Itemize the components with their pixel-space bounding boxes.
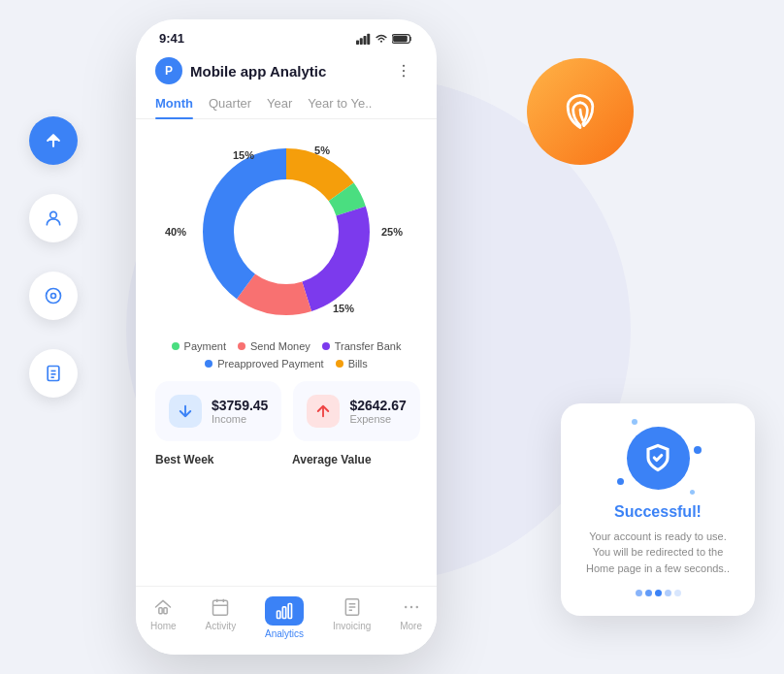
percent-transfer: 25% [381,226,403,238]
nav-invoicing[interactable]: Invoicing [333,596,371,639]
nav-invoicing-label: Invoicing [333,621,371,631]
svg-point-36 [409,606,412,609]
app-header: P Mobile app Analytic [136,49,437,84]
legend-label-transfer: Transfer Bank [335,340,402,352]
nav-more-label: More [400,621,422,631]
chart-legend: Payment Send Money Transfer Bank Preappr… [136,337,437,381]
percent-payment: 5% [314,144,330,156]
nav-analytics-label: Analytics [265,628,304,639]
svg-rect-24 [213,600,228,615]
svg-rect-12 [393,35,408,42]
loading-dot-3 [655,590,662,596]
document-icon-button[interactable] [29,349,78,398]
svg-rect-9 [364,36,367,45]
svg-rect-30 [288,604,291,619]
nav-more[interactable]: More [400,596,422,639]
legend-dot-preapproved [205,360,212,368]
time-display: 9:41 [159,31,184,46]
app-logo: P Mobile app Analytic [155,57,326,84]
legend-dot-send-money [238,342,245,350]
status-bar: 9:41 [136,19,437,49]
success-card: Successful! Your account is ready to use… [561,403,755,617]
signal-icon [356,33,371,45]
loading-dot-1 [636,590,642,596]
donut-chart: 15% 5% 25% 15% 40% [189,135,383,329]
stats-row: $3759.45 Income $2642.67 Expense [136,381,437,453]
income-card: $3759.45 Income [155,381,281,441]
percent-preapproved: 40% [165,226,186,238]
legend-dot-transfer [322,342,330,350]
loading-dot-2 [645,590,652,596]
fingerprint-button[interactable] [527,58,634,165]
income-info: $3759.45 Income [212,398,268,425]
more-nav-svg [402,597,421,617]
loading-indicator [636,590,681,596]
donut-svg [189,135,383,329]
tab-year-to-year[interactable]: Year to Ye.. [308,96,372,118]
svg-rect-10 [367,33,370,44]
phone-mockup: 9:41 [136,19,437,655]
expense-icon [314,402,332,420]
percent-bills: 15% [233,149,254,161]
app-title: Mobile app Analytic [190,63,326,80]
loading-dot-5 [674,590,681,596]
tab-month[interactable]: Month [155,96,193,118]
loading-dot-4 [665,590,671,596]
deco-dot-3 [690,490,695,495]
activity-svg [211,597,230,617]
legend-label-payment: Payment [184,340,226,352]
success-shield-icon [627,427,690,490]
legend-transfer-bank: Transfer Bank [322,340,402,352]
expense-amount: $2642.67 [349,398,406,413]
legend-payment: Payment [172,340,226,352]
expense-icon-wrapper [307,395,340,428]
nav-activity[interactable]: Activity [205,596,236,639]
income-amount: $3759.45 [212,398,268,413]
nav-home-label: Home [150,621,177,631]
more-nav-icon [401,596,422,618]
document-icon [44,364,63,383]
analytics-icon [275,601,294,621]
svg-point-35 [405,606,408,609]
shield-check-icon [643,443,672,472]
svg-point-0 [50,211,57,218]
legend-dot-bills [336,360,343,368]
svg-point-15 [403,75,405,77]
invoicing-svg [343,597,362,617]
legend-dot-payment [172,342,180,350]
svg-point-13 [403,65,405,67]
income-icon [177,402,194,420]
svg-point-37 [415,606,418,609]
compass-icon-button[interactable] [29,272,78,320]
legend-label-preapproved: Preapproved Payment [217,358,323,369]
wifi-icon [375,33,388,45]
success-text: Your account is ready to use. You will b… [580,529,735,577]
nav-analytics[interactable]: Analytics [265,596,304,639]
more-options-button[interactable] [390,57,417,84]
upload-icon-button[interactable] [29,116,78,165]
deco-dot-2 [694,446,702,454]
home-icon [152,596,174,618]
income-icon-wrapper [169,395,202,428]
chart-area: 15% 5% 25% 15% 40% [136,119,437,337]
legend-label-bills: Bills [348,358,368,369]
expense-card: $2642.67 Expense [293,381,419,441]
user-icon-button[interactable] [29,194,78,242]
svg-rect-8 [360,38,363,45]
best-week-label: Best Week [155,453,280,466]
more-icon [395,62,412,80]
tab-quarter[interactable]: Quarter [209,96,251,118]
nav-home[interactable]: Home [150,596,177,639]
home-svg [153,597,173,617]
status-icons [356,33,413,45]
deco-dot-1 [632,419,637,425]
analytics-icon-bg [265,596,304,626]
logo-icon: P [155,57,182,84]
left-icons-panel [29,116,78,398]
tab-year[interactable]: Year [267,96,292,118]
upload-icon [44,131,63,150]
battery-icon [392,33,413,45]
svg-point-2 [51,294,56,299]
svg-rect-7 [356,40,359,45]
svg-rect-23 [164,608,167,614]
